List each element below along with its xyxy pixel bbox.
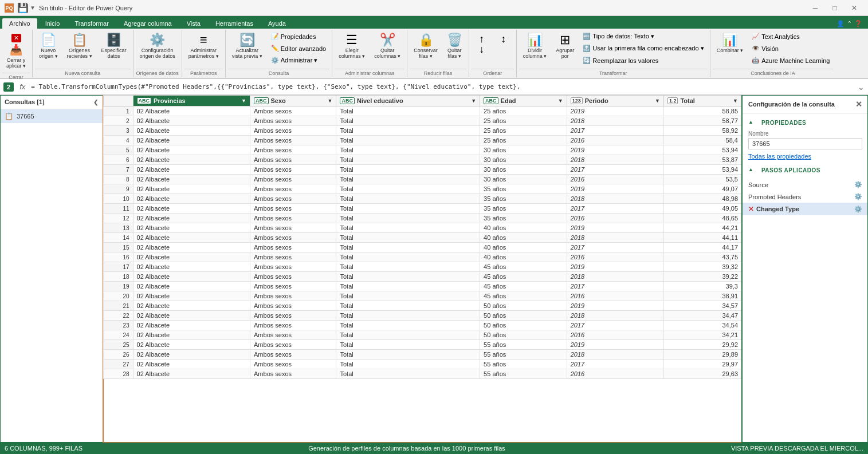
row-num: 9 (104, 184, 133, 194)
col-header-sexo[interactable]: ABC Sexo ▼ (250, 96, 336, 106)
config-origen-button[interactable]: ⚙️ Configuraciónorigen de datos (136, 31, 179, 62)
cell-periodo: 2017 (567, 126, 663, 136)
tab-transformar[interactable]: Transformar (68, 18, 116, 29)
table-row: 2 02 Albacete Ambos sexos Total 25 años … (104, 116, 742, 126)
reemplazar-valores-button[interactable]: 🔄 Reemplazar los valores (579, 55, 707, 66)
cell-provincias: 02 Albacete (133, 155, 250, 165)
quitar-filas-button[interactable]: 🗑️ Quitarfilas ▾ (443, 31, 466, 62)
cell-sexo: Ambos sexos (250, 301, 336, 311)
name-input[interactable] (748, 138, 862, 149)
edad-dropdown-icon[interactable]: ▼ (558, 98, 563, 104)
propiedades-button[interactable]: 📝 Propiedades (268, 31, 330, 42)
tab-archivo[interactable]: Archivo (2, 18, 37, 29)
cell-total: 39,3 (663, 282, 741, 291)
col-header-edad[interactable]: ABC Edad ▼ (480, 96, 567, 106)
col-header-total[interactable]: 1.2 Total ▼ (663, 96, 741, 106)
minimize-button[interactable]: ─ (806, 0, 824, 16)
step-delete-icon[interactable]: ✕ (748, 205, 754, 213)
origenes-recientes-button[interactable]: 📋 Orígenesrecientes ▾ (63, 31, 96, 62)
table-row: 12 02 Albacete Ambos sexos Total 35 años… (104, 214, 742, 223)
step-settings-icon[interactable]: ⚙️ (854, 206, 862, 213)
col-header-periodo[interactable]: 123 Periodo ▼ (567, 96, 663, 106)
tab-agregar-columna[interactable]: Agregar columna (117, 18, 179, 29)
cell-total: 29,89 (663, 350, 741, 360)
combinar-button[interactable]: 📊 Combinar ▾ (713, 31, 748, 56)
text-analytics-button[interactable]: 📈 Text Analytics (748, 31, 833, 42)
formula-expand-icon[interactable]: ⌄ (858, 82, 865, 92)
col-header-provincias[interactable]: ABC Provincias ▼ (133, 96, 250, 106)
step-item[interactable]: ✕ Changed Type ⚙️ (743, 203, 868, 215)
cell-total: 29,92 (663, 340, 741, 350)
step-item[interactable]: Source ⚙️ (743, 179, 868, 191)
col-header-nivel[interactable]: ABC Nivel educativo ▼ (336, 96, 480, 106)
actualizar-button[interactable]: 🔄 Actualizarvista previa ▾ (228, 31, 266, 62)
step-settings-icon[interactable]: ⚙️ (854, 181, 862, 188)
properties-collapse-icon[interactable]: ▲ (748, 119, 753, 125)
conservar-filas-button[interactable]: 🔒 Conservarfilas ▾ (410, 31, 442, 62)
formula-content[interactable]: = Table.TransformColumnTypes(#"Promoted … (31, 83, 854, 90)
step-settings-icon[interactable]: ⚙️ (854, 193, 862, 200)
step-item[interactable]: Promoted Headers ⚙️ (743, 191, 868, 203)
table-row: 16 02 Albacete Ambos sexos Total 40 años… (104, 252, 742, 262)
total-dropdown-icon[interactable]: ▼ (733, 98, 738, 104)
editor-avanzado-button[interactable]: ✏️ Editor avanzado (268, 43, 330, 54)
quitar-columnas-button[interactable]: ✂️ Quitarcolumnas ▾ (370, 31, 404, 62)
cell-periodo: 2017 (567, 165, 663, 175)
close-button[interactable]: ✕ (845, 0, 863, 16)
cell-edad: 45 años (480, 282, 567, 291)
cell-nivel: Total (336, 204, 480, 214)
elegir-columnas-button[interactable]: ☰ Elegircolumnas ▾ (335, 31, 369, 62)
cell-provincias: 02 Albacete (133, 116, 250, 126)
primera-fila-button[interactable]: 🔝 Usar la primera fila como encabezado ▾ (579, 43, 707, 54)
query-item-37665[interactable]: 📋 37665 (0, 109, 103, 123)
tab-vista[interactable]: Vista (180, 18, 207, 29)
ribbon-group-transformar: 📊 Dividircolumna ▾ ⊞ Agruparpor 🔤 Tipo d… (517, 30, 710, 77)
tab-ayuda[interactable]: Ayuda (261, 18, 293, 29)
vision-button[interactable]: 👁️ Visión (748, 43, 833, 54)
cell-sexo: Ambos sexos (250, 369, 336, 379)
dividir-columna-button[interactable]: 📊 Dividircolumna ▾ (519, 31, 551, 62)
row-num: 1 (104, 106, 133, 116)
table-row: 8 02 Albacete Ambos sexos Total 30 años … (104, 175, 742, 184)
sort-desc-button[interactable]: ↕ (493, 31, 514, 47)
quick-access-save[interactable]: 💾 (17, 2, 29, 13)
cell-edad: 50 años (480, 301, 567, 311)
periodo-dropdown-icon[interactable]: ▼ (655, 98, 660, 104)
settings-close-icon[interactable]: ✕ (855, 100, 862, 109)
tipo-datos-button[interactable]: 🔤 Tipo de datos: Texto ▾ (579, 31, 707, 42)
table-row: 7 02 Albacete Ambos sexos Total 30 años … (104, 165, 742, 175)
sort-asc-button[interactable]: ↑↓ (472, 31, 492, 57)
cell-sexo: Ambos sexos (250, 340, 336, 350)
cell-nivel: Total (336, 291, 480, 301)
help-icon[interactable]: ❓ (854, 20, 862, 27)
formula-bar: 2 fx = Table.TransformColumnTypes(#"Prom… (0, 79, 868, 95)
collapse-ribbon[interactable]: ⌃ (847, 20, 852, 27)
quick-access-dropdown[interactable]: ▼ (30, 5, 36, 11)
provincias-dropdown-icon[interactable]: ▼ (241, 98, 246, 104)
nuevo-origen-button[interactable]: 📄 Nuevoorigen ▾ (35, 31, 62, 62)
cell-nivel: Total (336, 136, 480, 145)
especificar-datos-button[interactable]: 🗄️ Especificardatos (97, 31, 131, 62)
maximize-button[interactable]: □ (826, 0, 844, 16)
provincias-type-icon: ABC (137, 97, 152, 104)
tab-herramientas[interactable]: Herramientas (209, 18, 260, 29)
queries-collapse-icon[interactable]: ❮ (93, 99, 98, 105)
nivel-dropdown-icon[interactable]: ▼ (471, 98, 476, 104)
group-columnas-label: Administrar columnas (335, 69, 404, 76)
cell-periodo: 2017 (567, 321, 663, 330)
all-properties-link[interactable]: Todas las propiedades (743, 151, 868, 161)
cell-periodo: 2016 (567, 214, 663, 223)
cell-edad: 30 años (480, 175, 567, 184)
sexo-dropdown-icon[interactable]: ▼ (328, 98, 333, 104)
agrupar-por-button[interactable]: ⊞ Agruparpor (552, 31, 578, 62)
cerrar-aplicar-button[interactable]: ✕ 📥 Cerrar yaplicar ▾ (2, 31, 30, 72)
steps-collapse-icon[interactable]: ▲ (748, 167, 753, 172)
cell-provincias: 02 Albacete (133, 369, 250, 379)
administrar-button[interactable]: ⚙️ Administrar ▾ (268, 55, 330, 66)
user-name[interactable]: 👤 (836, 20, 845, 27)
admin-parametros-button[interactable]: ≡ Administrarparámetros ▾ (184, 31, 223, 62)
tab-inicio[interactable]: Inicio (38, 18, 67, 29)
cell-nivel: Total (336, 252, 480, 262)
data-table-wrapper[interactable]: ABC Provincias ▼ ABC Sexo ▼ (103, 95, 742, 443)
azure-ml-button[interactable]: 🤖 Azure Machine Learning (748, 55, 833, 66)
